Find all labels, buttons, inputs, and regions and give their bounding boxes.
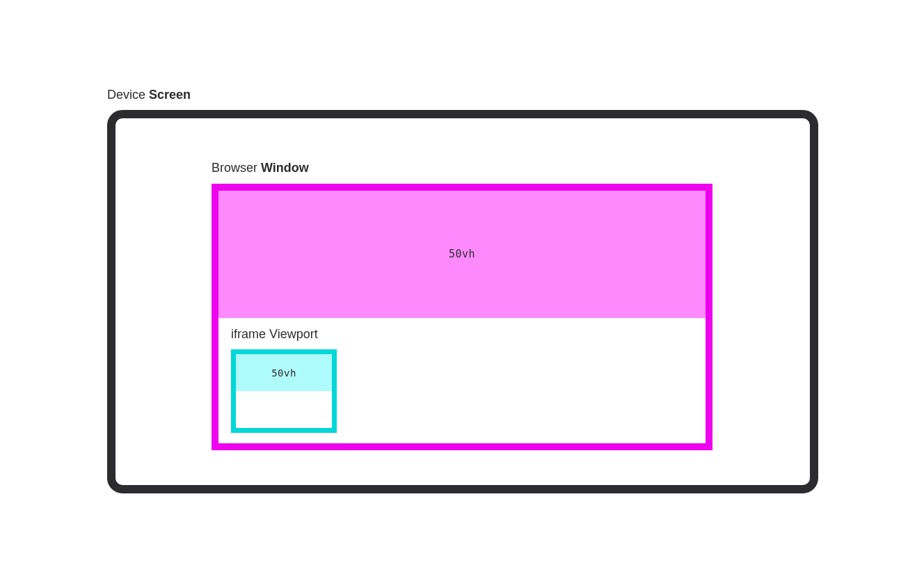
device-screen-label: Device Screen bbox=[107, 87, 818, 103]
browser-vh-text: 50vh bbox=[449, 248, 475, 260]
iframe-label-bold: Viewport bbox=[269, 327, 318, 341]
iframe-section: iframe Viewport 50vh bbox=[231, 326, 339, 433]
browser-window-label: Browser Window bbox=[212, 160, 712, 176]
iframe-vh-text: 50vh bbox=[271, 367, 296, 379]
iframe-50vh-region: 50vh bbox=[236, 354, 332, 391]
iframe-viewport-label: iframe Viewport bbox=[231, 326, 339, 342]
iframe-label-prefix: iframe bbox=[231, 327, 269, 341]
browser-50vh-region: 50vh bbox=[218, 191, 706, 318]
device-screen-box: Browser Window 50vh iframe Viewport bbox=[107, 110, 818, 493]
browser-section: Browser Window 50vh iframe Viewport bbox=[212, 160, 712, 450]
device-label-bold: Screen bbox=[149, 88, 191, 102]
browser-label-bold: Window bbox=[261, 161, 309, 175]
browser-window-box: 50vh iframe Viewport 50vh bbox=[212, 184, 712, 450]
iframe-viewport-box: 50vh bbox=[231, 349, 337, 433]
browser-label-prefix: Browser bbox=[212, 161, 261, 175]
diagram-container: Device Screen Browser Window 50vh iframe… bbox=[107, 87, 818, 493]
device-label-prefix: Device bbox=[107, 88, 149, 102]
